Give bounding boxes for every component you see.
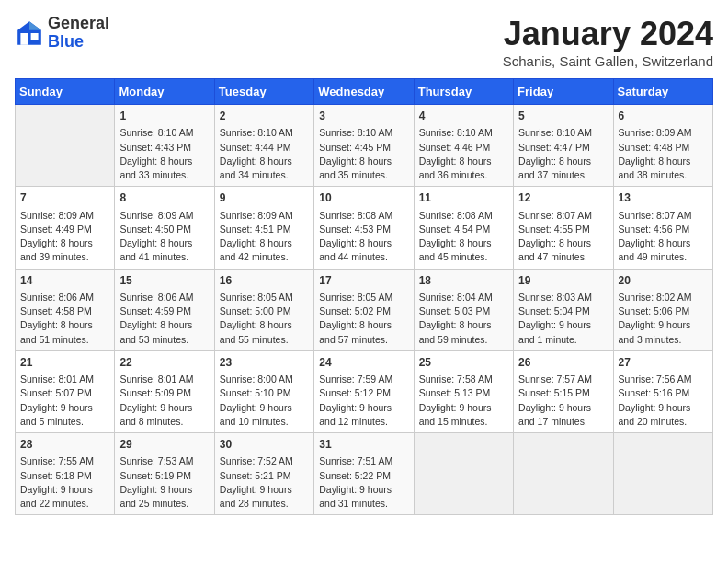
calendar-week-row: 21Sunrise: 8:01 AMSunset: 5:07 PMDayligh… bbox=[16, 350, 713, 432]
day-info: Daylight: 8 hours bbox=[319, 318, 408, 332]
day-info: and 1 minute. bbox=[518, 333, 608, 347]
day-number: 5 bbox=[518, 109, 608, 124]
day-info: and 17 minutes. bbox=[518, 415, 608, 429]
header-day: Sunday bbox=[16, 79, 115, 105]
day-info: Sunset: 4:46 PM bbox=[419, 141, 508, 155]
svg-marker-1 bbox=[29, 21, 41, 30]
calendar-cell: 20Sunrise: 8:02 AMSunset: 5:06 PMDayligh… bbox=[613, 269, 712, 350]
calendar-cell: 24Sunrise: 7:59 AMSunset: 5:12 PMDayligh… bbox=[314, 350, 414, 432]
day-info: Sunrise: 8:09 AM bbox=[119, 209, 209, 223]
day-number: 12 bbox=[518, 190, 608, 206]
day-info: Sunrise: 8:10 AM bbox=[319, 126, 408, 140]
day-info: Sunrise: 7:51 AM bbox=[319, 454, 408, 468]
day-info: and 45 minutes. bbox=[419, 250, 508, 264]
calendar-cell: 28Sunrise: 7:55 AMSunset: 5:18 PMDayligh… bbox=[16, 433, 115, 515]
calendar-cell: 29Sunrise: 7:53 AMSunset: 5:19 PMDayligh… bbox=[115, 433, 214, 515]
day-info: Daylight: 8 hours bbox=[119, 236, 209, 250]
calendar-cell: 15Sunrise: 8:06 AMSunset: 4:59 PMDayligh… bbox=[115, 269, 214, 350]
day-info: Sunrise: 8:06 AM bbox=[20, 291, 109, 304]
calendar-cell: 26Sunrise: 7:57 AMSunset: 5:15 PMDayligh… bbox=[514, 350, 613, 432]
day-info: Sunrise: 8:02 AM bbox=[619, 291, 708, 304]
day-info: and 51 minutes. bbox=[20, 333, 109, 347]
day-info: Daylight: 9 hours bbox=[20, 401, 109, 415]
day-info: Sunset: 4:45 PM bbox=[319, 141, 408, 155]
day-info: and 44 minutes. bbox=[319, 250, 408, 264]
day-info: and 39 minutes. bbox=[20, 250, 109, 264]
calendar-cell: 2Sunrise: 8:10 AMSunset: 4:44 PMDaylight… bbox=[214, 105, 313, 187]
day-number: 6 bbox=[619, 109, 708, 124]
day-number: 28 bbox=[20, 437, 109, 453]
day-info: and 59 minutes. bbox=[419, 333, 508, 347]
calendar-cell bbox=[514, 433, 613, 515]
calendar-cell bbox=[414, 433, 513, 515]
day-info: Sunset: 5:15 PM bbox=[518, 386, 608, 400]
day-info: and 10 minutes. bbox=[220, 415, 309, 429]
day-info: Sunset: 4:58 PM bbox=[20, 304, 109, 318]
day-number: 11 bbox=[419, 190, 508, 206]
day-info: Daylight: 9 hours bbox=[319, 401, 408, 415]
day-info: and 28 minutes. bbox=[220, 497, 309, 511]
day-info: Sunrise: 7:52 AM bbox=[220, 454, 309, 468]
calendar-cell: 14Sunrise: 8:06 AMSunset: 4:58 PMDayligh… bbox=[16, 269, 115, 350]
calendar-cell: 19Sunrise: 8:03 AMSunset: 5:04 PMDayligh… bbox=[514, 269, 613, 350]
day-number: 16 bbox=[220, 273, 309, 289]
calendar-header: SundayMondayTuesdayWednesdayThursdayFrid… bbox=[16, 79, 713, 105]
calendar-cell: 10Sunrise: 8:08 AMSunset: 4:53 PMDayligh… bbox=[314, 187, 414, 269]
header-day: Saturday bbox=[613, 79, 712, 105]
day-info: Sunset: 4:47 PM bbox=[518, 141, 608, 155]
day-number: 24 bbox=[319, 355, 408, 371]
header-day: Wednesday bbox=[314, 79, 414, 105]
day-info: and 49 minutes. bbox=[619, 250, 708, 264]
day-info: Daylight: 9 hours bbox=[220, 401, 309, 415]
header-day: Thursday bbox=[414, 79, 513, 105]
day-info: Sunrise: 8:08 AM bbox=[319, 209, 408, 223]
header-day: Tuesday bbox=[214, 79, 313, 105]
day-info: and 34 minutes. bbox=[220, 168, 309, 182]
page-header: General Blue January 2024 Schanis, Saint… bbox=[15, 15, 713, 69]
day-info: Sunset: 4:51 PM bbox=[220, 223, 309, 236]
day-info: Sunset: 4:59 PM bbox=[119, 304, 209, 318]
day-number: 13 bbox=[619, 190, 708, 206]
month-title: January 2024 bbox=[503, 15, 713, 53]
calendar-cell: 1Sunrise: 8:10 AMSunset: 4:43 PMDaylight… bbox=[115, 105, 214, 187]
header-row: SundayMondayTuesdayWednesdayThursdayFrid… bbox=[16, 79, 713, 105]
day-info: Daylight: 9 hours bbox=[119, 401, 209, 415]
day-info: Daylight: 9 hours bbox=[20, 483, 109, 497]
day-info: Daylight: 8 hours bbox=[619, 236, 708, 250]
day-info: Sunset: 4:50 PM bbox=[119, 223, 209, 236]
day-info: Sunset: 5:21 PM bbox=[220, 469, 309, 483]
day-info: and 3 minutes. bbox=[619, 333, 708, 347]
day-number: 3 bbox=[319, 109, 408, 124]
day-info: Sunrise: 7:59 AM bbox=[319, 373, 408, 386]
day-info: Daylight: 9 hours bbox=[220, 483, 309, 497]
day-info: Daylight: 8 hours bbox=[518, 155, 608, 168]
day-info: and 53 minutes. bbox=[119, 333, 209, 347]
day-number: 4 bbox=[419, 109, 508, 124]
day-info: Sunrise: 8:05 AM bbox=[319, 291, 408, 304]
day-info: Daylight: 9 hours bbox=[419, 401, 508, 415]
day-info: Sunset: 5:22 PM bbox=[319, 469, 408, 483]
day-info: Sunset: 5:09 PM bbox=[119, 386, 209, 400]
day-number: 9 bbox=[220, 190, 309, 206]
svg-rect-3 bbox=[31, 33, 39, 40]
day-number: 25 bbox=[419, 355, 508, 371]
day-info: Sunrise: 8:01 AM bbox=[20, 373, 109, 386]
day-info: Daylight: 9 hours bbox=[518, 401, 608, 415]
day-info: Sunset: 5:06 PM bbox=[619, 304, 708, 318]
calendar-cell bbox=[613, 433, 712, 515]
day-info: Sunrise: 8:06 AM bbox=[119, 291, 209, 304]
day-number: 31 bbox=[319, 437, 408, 453]
day-info: Daylight: 8 hours bbox=[119, 155, 209, 168]
calendar-cell: 11Sunrise: 8:08 AMSunset: 4:54 PMDayligh… bbox=[414, 187, 513, 269]
day-info: and 5 minutes. bbox=[20, 415, 109, 429]
day-number: 7 bbox=[20, 190, 109, 206]
day-number: 10 bbox=[319, 190, 408, 206]
calendar-cell: 22Sunrise: 8:01 AMSunset: 5:09 PMDayligh… bbox=[115, 350, 214, 432]
day-info: Sunset: 4:49 PM bbox=[20, 223, 109, 236]
day-info: Sunrise: 8:08 AM bbox=[419, 209, 508, 223]
day-info: Daylight: 8 hours bbox=[518, 236, 608, 250]
day-info: Daylight: 8 hours bbox=[419, 318, 508, 332]
day-number: 21 bbox=[20, 355, 109, 371]
day-info: Sunset: 5:13 PM bbox=[419, 386, 508, 400]
logo: General Blue bbox=[15, 15, 109, 52]
